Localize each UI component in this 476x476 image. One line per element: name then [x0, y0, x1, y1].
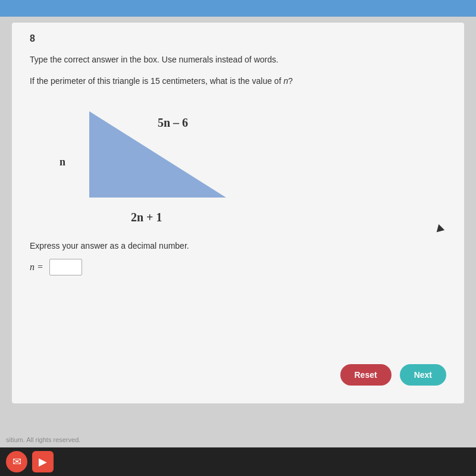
answer-row: n =	[30, 259, 446, 275]
buttons-row: Reset Next	[340, 364, 447, 386]
reset-button[interactable]: Reset	[340, 364, 392, 386]
triangle-diagram: 5n – 6 n 2n + 1	[54, 99, 268, 230]
top-bar	[0, 0, 476, 17]
express-answer-label: Express your answer as a decimal number.	[30, 241, 446, 250]
mail-icon[interactable]: ✉	[6, 451, 27, 472]
triangle-label-left: n	[60, 156, 65, 168]
instruction-text: Type the correct answer in the box. Use …	[30, 54, 446, 66]
triangle-label-bottom: 2n + 1	[131, 211, 162, 224]
question-number: 8	[30, 33, 446, 44]
taskbar: ✉ ▶	[0, 447, 476, 476]
triangle-svg	[54, 99, 244, 224]
question-text: If the perimeter of this triangle is 15 …	[30, 74, 446, 87]
n-equals-label: n =	[30, 262, 43, 273]
question-part1: If the perimeter of this triangle is 15 …	[30, 76, 283, 86]
screen: 8 Type the correct answer in the box. Us…	[0, 0, 476, 476]
triangle-label-top: 5n – 6	[158, 116, 188, 130]
footer-copyright: sitium. All rights reserved.	[6, 436, 80, 443]
question-part2: ?	[288, 76, 293, 86]
content-card: 8 Type the correct answer in the box. Us…	[12, 23, 464, 403]
youtube-icon[interactable]: ▶	[32, 451, 54, 472]
next-button[interactable]: Next	[400, 364, 446, 386]
answer-input[interactable]	[49, 259, 82, 275]
